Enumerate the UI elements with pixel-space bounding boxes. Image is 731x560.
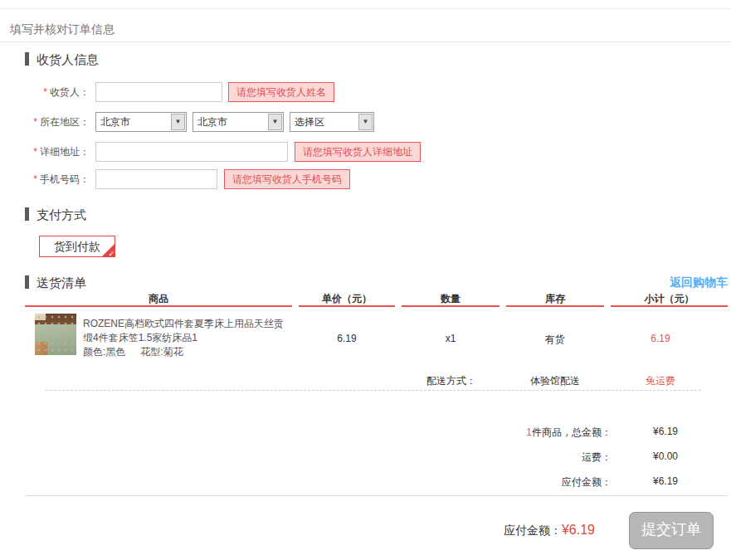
product-title-link[interactable]: ROZENE高档欧式四件套夏季床上用品天丝贡缎4件套床笠1.5家纺床品1 — [83, 317, 292, 345]
address-error: 请您填写收货人详细地址 — [295, 142, 421, 162]
section-bar-icon — [25, 275, 29, 289]
product-image[interactable] — [35, 314, 76, 355]
order-confirm-page: 填写并核对订单信息 收货人信息 *收货人： 请您填写收货人姓名 *所在地区： 北… — [0, 0, 731, 560]
back-to-cart-link[interactable]: 返回购物车 — [670, 275, 728, 290]
footer-payable-amount: ¥6.19 — [562, 523, 595, 537]
payment-section-header: 支付方式 — [25, 207, 86, 222]
recipient-name-error: 请您填写收货人姓名 — [228, 82, 334, 102]
region-label: *所在地区： — [0, 112, 90, 132]
chevron-down-icon[interactable]: ▼ — [268, 114, 282, 130]
payment-section-title: 支付方式 — [37, 207, 86, 222]
recipient-name-row: *收货人： 请您填写收货人姓名 — [0, 82, 731, 102]
product-price: 6.19 — [299, 333, 395, 344]
required-mark: * — [33, 146, 37, 158]
col-header-price: 单价（元） — [299, 292, 395, 307]
top-divider — [0, 8, 731, 9]
chevron-down-icon[interactable]: ▼ — [171, 114, 185, 130]
address-input[interactable] — [95, 142, 288, 162]
dashed-divider — [46, 390, 701, 391]
address-row: *详细地址： 请您填写收货人详细地址 — [0, 142, 731, 162]
phone-error: 请您填写收货人手机号码 — [224, 169, 350, 189]
phone-row: *手机号码： 请您填写收货人手机号码 — [0, 169, 731, 189]
totals-row-amount: 1件商品，总金额： ¥6.19 — [0, 426, 731, 439]
totals-payable-value: ¥6.19 — [653, 475, 678, 487]
product-quantity: x1 — [402, 333, 500, 344]
district-select-value: 选择区 — [295, 113, 324, 131]
totals-shipping-value: ¥0.00 — [653, 450, 678, 462]
footer-divider — [25, 495, 728, 496]
region-row: *所在地区： 北京市 ▼ 北京市 ▼ 选择区 ▼ — [0, 112, 731, 132]
delivery-section-title: 送货清单 — [37, 275, 86, 290]
recipient-name-label: *收货人： — [0, 82, 90, 102]
section-bar-icon — [25, 52, 29, 66]
footer-payable: 应付金额：¥6.19 — [504, 523, 595, 538]
city-select[interactable]: 北京市 ▼ — [192, 112, 284, 132]
product-subtotal: 6.19 — [611, 333, 710, 344]
product-stock: 有货 — [506, 333, 604, 347]
delivery-section-header: 送货清单 — [25, 275, 86, 290]
payment-method-label: 货到付款 — [54, 240, 100, 253]
required-mark: * — [33, 173, 37, 185]
col-header-stock: 库存 — [506, 292, 604, 307]
col-header-quantity: 数量 — [402, 292, 500, 307]
submit-order-button[interactable]: 提交订单 — [629, 512, 714, 549]
page-title: 填写并核对订单信息 — [10, 22, 115, 37]
col-header-product: 商品 — [25, 292, 292, 307]
product-color-attr: 颜色:黑色 — [83, 346, 125, 358]
recipient-name-input[interactable] — [95, 82, 222, 102]
totals-payable-label: 应付金额： — [562, 475, 612, 489]
required-mark: * — [43, 86, 47, 98]
shipping-method-value: 体验馆配送 — [506, 374, 604, 388]
recipient-section-header: 收货人信息 — [25, 52, 99, 67]
province-select-value: 北京市 — [100, 113, 130, 131]
totals-amount-value: ¥6.19 — [653, 426, 678, 437]
payment-method-cod-button[interactable]: 货到付款 ✓ — [39, 236, 115, 257]
col-header-subtotal: 小计（元） — [611, 292, 728, 307]
shipping-fee: 免运费 — [611, 374, 710, 388]
product-attributes: 颜色:黑色花型:菊花 — [83, 345, 183, 359]
district-select[interactable]: 选择区 ▼ — [290, 112, 374, 132]
recipient-section-title: 收货人信息 — [37, 52, 99, 66]
totals-amount-label: 1件商品，总金额： — [526, 426, 612, 440]
city-select-value: 北京市 — [197, 113, 227, 131]
title-divider — [0, 41, 731, 42]
item-count: 1 — [526, 426, 532, 438]
footer-payable-label: 应付金额： — [504, 523, 562, 537]
phone-label: *手机号码： — [0, 169, 90, 189]
check-icon: ✓ — [108, 249, 115, 259]
product-pattern-attr: 花型:菊花 — [140, 346, 183, 358]
required-mark: * — [33, 116, 37, 128]
phone-input[interactable] — [95, 169, 217, 189]
section-bar-icon — [25, 207, 29, 221]
chevron-down-icon[interactable]: ▼ — [358, 114, 373, 130]
totals-row-payable: 应付金额： ¥6.19 — [0, 475, 731, 489]
totals-shipping-label: 运费： — [582, 450, 612, 465]
totals-row-shipping: 运费： ¥0.00 — [0, 450, 731, 464]
province-select[interactable]: 北京市 ▼ — [95, 112, 187, 132]
shipping-method-label: 配送方式： — [402, 374, 476, 388]
address-label: *详细地址： — [0, 142, 90, 162]
